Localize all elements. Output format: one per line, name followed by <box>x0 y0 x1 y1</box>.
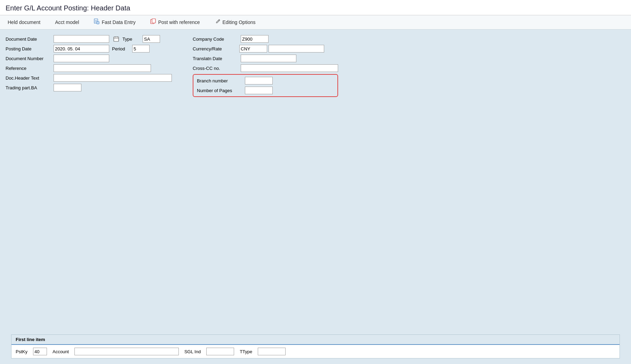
trading-part-row: Trading part.BA <box>6 84 172 91</box>
main-container: Enter G/L Account Posting: Header Data H… <box>0 0 631 364</box>
doc-header-text-row: Doc.Header Text <box>6 74 172 82</box>
currency-rate-label: Currency/Rate <box>193 46 238 51</box>
document-number-row: Document Number <box>6 55 172 62</box>
content-area: Document Date Type Post <box>0 30 631 334</box>
first-line-item-body: PstKy Account SGL Ind TType <box>11 345 620 358</box>
fast-data-entry-button[interactable]: Fast Data Entry <box>91 17 137 27</box>
posting-date-row: Posting Date Period <box>6 45 172 52</box>
reference-label: Reference <box>6 66 51 71</box>
svg-line-7 <box>218 20 219 21</box>
trading-part-label: Trading part.BA <box>6 85 51 90</box>
sgl-ind-label: SGL Ind <box>184 349 201 354</box>
held-document-button[interactable]: Held document <box>6 18 42 26</box>
post-with-reference-icon <box>150 18 157 26</box>
type-input[interactable] <box>143 35 160 43</box>
title-bar: Enter G/L Account Posting: Header Data <box>0 0 631 15</box>
number-of-pages-input[interactable] <box>245 87 273 94</box>
editing-options-label: Editing Options <box>223 19 256 25</box>
post-with-reference-label: Post with reference <box>158 19 200 25</box>
held-document-label: Held document <box>8 19 40 25</box>
cross-cc-input[interactable] <box>241 64 338 72</box>
currency-rate-row: Currency/Rate <box>193 45 338 52</box>
company-code-label: Company Code <box>193 37 238 42</box>
number-of-pages-label: Number of Pages <box>197 88 242 93</box>
company-code-row: Company Code <box>193 35 338 43</box>
editing-options-icon <box>215 18 221 26</box>
bottom-panel: First line item PstKy Account SGL Ind TT… <box>11 334 620 358</box>
highlighted-fields-box: Branch number Number of Pages <box>193 74 338 97</box>
pstky-input[interactable] <box>33 348 47 355</box>
number-of-pages-row: Number of Pages <box>197 87 334 94</box>
svg-rect-4 <box>97 22 99 24</box>
period-label: Period <box>112 46 129 51</box>
branch-number-row: Branch number <box>197 77 334 84</box>
document-number-label: Document Number <box>6 56 51 61</box>
translatn-date-row: Translatn Date <box>193 55 338 62</box>
type-label: Type <box>122 37 140 42</box>
bottom-wrapper: First line item PstKy Account SGL Ind TT… <box>0 334 631 364</box>
posting-date-label: Posting Date <box>6 46 51 51</box>
editing-options-button[interactable]: Editing Options <box>213 17 258 27</box>
company-code-input[interactable] <box>241 35 269 43</box>
document-date-input[interactable] <box>54 35 109 43</box>
rate-input[interactable] <box>269 45 324 52</box>
ttype-input[interactable] <box>258 348 286 355</box>
translatn-date-input[interactable] <box>241 55 296 62</box>
sgl-ind-input[interactable] <box>206 348 234 355</box>
trading-part-input[interactable] <box>54 84 81 91</box>
post-with-reference-button[interactable]: Post with reference <box>148 17 202 27</box>
fast-data-entry-label: Fast Data Entry <box>102 19 135 25</box>
cross-cc-label: Cross-CC no. <box>193 66 238 71</box>
account-label: Account <box>53 349 69 354</box>
document-date-row: Document Date Type <box>6 35 172 43</box>
doc-header-text-input[interactable] <box>54 74 172 82</box>
currency-input[interactable] <box>239 45 267 52</box>
calendar-icon[interactable] <box>113 35 120 42</box>
form-columns: Document Date Type Post <box>6 35 625 97</box>
document-number-input[interactable] <box>54 55 109 62</box>
first-line-item-label: First line item <box>16 337 45 342</box>
form-left-column: Document Date Type Post <box>6 35 172 97</box>
branch-number-label: Branch number <box>197 78 242 83</box>
toolbar: Held document Acct model Fast Data Entry <box>0 15 631 30</box>
pstky-label: PstKy <box>16 349 27 354</box>
branch-number-input[interactable] <box>245 77 273 84</box>
acct-model-button[interactable]: Acct model <box>53 18 81 26</box>
cross-cc-row: Cross-CC no. <box>193 64 338 72</box>
translatn-date-label: Translatn Date <box>193 56 238 61</box>
acct-model-label: Acct model <box>55 19 79 25</box>
svg-rect-8 <box>114 37 119 41</box>
ttype-label: TType <box>240 349 252 354</box>
document-date-label: Document Date <box>6 37 51 42</box>
fast-data-entry-icon <box>94 18 100 26</box>
first-line-item-header: First line item <box>11 335 620 345</box>
account-input[interactable] <box>74 348 179 355</box>
doc-header-text-label: Doc.Header Text <box>6 75 51 81</box>
page-title: Enter G/L Account Posting: Header Data <box>6 4 625 12</box>
form-right-column: Company Code Currency/Rate Translatn Dat… <box>193 35 338 97</box>
posting-date-input[interactable] <box>54 45 109 52</box>
reference-row: Reference <box>6 64 172 72</box>
svg-rect-6 <box>152 19 155 23</box>
period-input[interactable] <box>132 45 150 52</box>
reference-input[interactable] <box>54 64 151 72</box>
